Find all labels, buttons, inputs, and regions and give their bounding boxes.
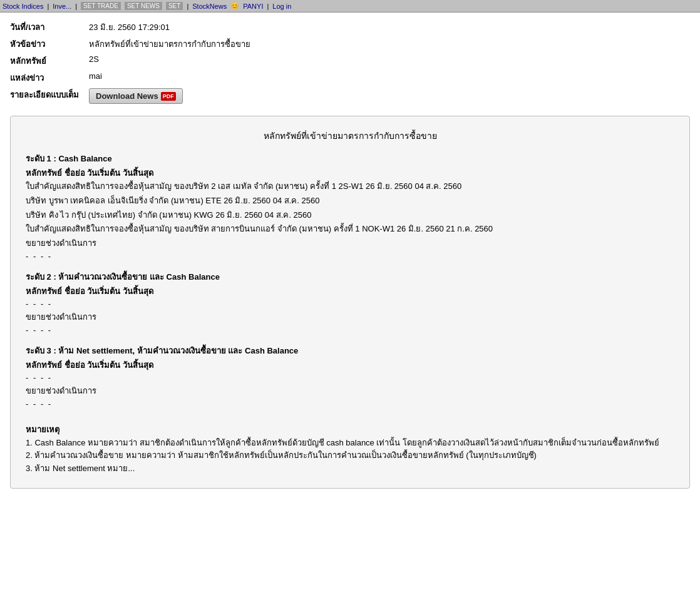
note3: 3. ห้าม Net settlement หมาย... <box>26 462 674 475</box>
section1-line2: บริษัท บูรพา เทคนิคอล เอ็นจิเนียริ่ง จำก… <box>26 195 674 208</box>
section1-line1: ใบสำคัญแสดงสิทธิในการจองซื้อหุ้นสามัญ ขอ… <box>26 180 674 193</box>
nav-stocknews[interactable]: StockNews <box>192 3 227 10</box>
section3-expand: ขยายช่วงดำเนินการ <box>26 385 674 398</box>
section1-line3: บริษัท คิง ไว กรุ๊ป (ประเทศไทย) จำกัด (ม… <box>26 209 674 222</box>
section2-title: ระดับ 2 : ห้ามคำนวณวงเงินซื้อขาย และ Cas… <box>26 271 674 284</box>
nav-set-trade[interactable]: SET TRADE <box>81 2 121 10</box>
headline-value: หลักทรัพย์ที่เข้าข่ายมาตรการกำกับการซื้อ… <box>89 36 255 53</box>
section1-title: ระดับ 1 : Cash Balance <box>26 153 674 166</box>
section2-cols: หลักทรัพย์ ชื่อย่อ วันเริ่มต้น วันสิ้นสุ… <box>26 285 674 298</box>
security-label: หลักทรัพย์ <box>10 53 89 69</box>
main-content-box: หลักทรัพย์ที่เข้าข่ายมาตรการกำกับการซื้อ… <box>10 116 690 489</box>
box-title: หลักทรัพย์ที่เข้าข่ายมาตรการกำกับการซื้อ… <box>26 129 674 143</box>
top-bar: Stock Indices | Inve... | SET TRADE SET … <box>0 0 700 13</box>
nav-set[interactable]: SET <box>166 2 183 10</box>
section3: ระดับ 3 : ห้าม Net settlement, ห้ามคำนวณ… <box>26 345 674 411</box>
nav-stock-indices[interactable]: Stock Indices <box>3 3 43 10</box>
security-value: 2S <box>89 53 255 69</box>
section3-title: ระดับ 3 : ห้าม Net settlement, ห้ามคำนวณ… <box>26 345 674 358</box>
nav-login[interactable]: Log in <box>272 3 291 10</box>
download-news-button[interactable]: Download News PDF <box>89 88 183 104</box>
source-value: mai <box>89 69 255 86</box>
date-value: 23 มิ.ย. 2560 17:29:01 <box>89 19 255 36</box>
section1-expand: ขยายช่วงดำเนินการ <box>26 237 674 250</box>
nav-inve[interactable]: Inve... <box>53 3 71 10</box>
section2-dashes: - - - - <box>26 298 674 311</box>
section1-dashes: - - - - <box>26 250 674 263</box>
source-label: แหล่งข่าว <box>10 69 89 86</box>
section3-dashes: - - - - <box>26 372 674 385</box>
note1: 1. Cash Balance หมายความว่า สมาชิกต้องดำ… <box>26 437 674 450</box>
note2: 2. ห้ามคำนวณวงเงินซื้อขาย หมายความว่า ห้… <box>26 449 674 462</box>
section2-expand: ขยายช่วงดำเนินการ <box>26 311 674 324</box>
nav-panyi[interactable]: PANYI <box>243 3 263 10</box>
section2-dashes2: - - - - <box>26 324 674 337</box>
detail-value: Download News PDF <box>89 86 255 106</box>
note-section: หมายเหตุ 1. Cash Balance หมายความว่า สมา… <box>26 424 674 475</box>
section3-cols: หลักทรัพย์ ชื่อย่อ วันเริ่มต้น วันสิ้นสุ… <box>26 359 674 372</box>
nav-set-news[interactable]: SET NEWS <box>125 2 162 10</box>
content-area: วันที่/เวลา 23 มิ.ย. 2560 17:29:01 หัวข้… <box>0 13 700 600</box>
info-table: วันที่/เวลา 23 มิ.ย. 2560 17:29:01 หัวข้… <box>10 19 255 106</box>
section1: ระดับ 1 : Cash Balance หลักทรัพย์ ชื่อย่… <box>26 153 674 263</box>
headline-label: หัวข้อข่าว <box>10 36 89 53</box>
note-title: หมายเหตุ <box>26 424 674 437</box>
pdf-icon: PDF <box>161 92 176 101</box>
download-news-label: Download News <box>96 91 158 101</box>
date-label: วันที่/เวลา <box>10 19 89 36</box>
section3-dashes2: - - - - <box>26 398 674 411</box>
section1-cols: หลักทรัพย์ ชื่อย่อ วันเริ่มต้น วันสิ้นสุ… <box>26 167 674 180</box>
section2: ระดับ 2 : ห้ามคำนวณวงเงินซื้อขาย และ Cas… <box>26 271 674 337</box>
section1-line4: ใบสำคัญแสดงสิทธิในการจองซื้อหุ้นสามัญ ขอ… <box>26 223 674 236</box>
detail-label: รายละเอียดแบบเต็ม <box>10 86 89 106</box>
